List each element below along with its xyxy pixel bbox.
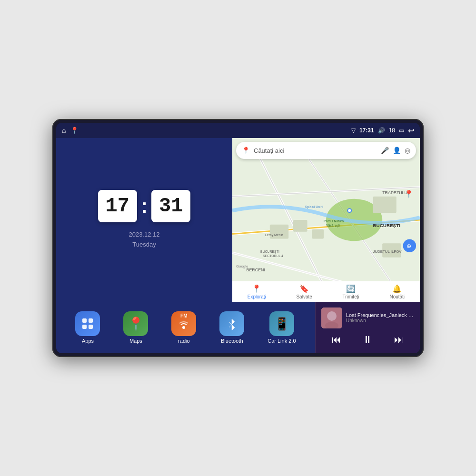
music-text: Lost Frequencies_Janieck Devy-... Unknow…	[346, 312, 414, 323]
app-item-apps[interactable]: Apps	[75, 311, 100, 344]
maps-app-icon: 📍	[128, 316, 144, 332]
svg-text:BUCUREȘTI: BUCUREȘTI	[373, 223, 401, 228]
apps-icon-wrap	[75, 311, 100, 336]
bottom-section: Apps 📍 Maps FM	[56, 302, 420, 353]
svg-text:JUDEȚUL ILFOV: JUDEȚUL ILFOV	[373, 249, 402, 254]
clock-display: 17 : 31	[98, 190, 191, 222]
carlink-icon-wrap: 📱	[269, 311, 294, 336]
share-icon: 🔄	[346, 284, 356, 293]
music-panel: Lost Frequencies_Janieck Devy-... Unknow…	[315, 302, 420, 353]
signal-icon: ▽	[351, 127, 356, 134]
svg-text:📍: 📍	[404, 189, 414, 198]
app-item-bluetooth[interactable]: Bluetooth	[219, 311, 244, 344]
map-search-bar[interactable]: 📍 Căutați aici 🎤 👤 ◎	[236, 142, 416, 159]
svg-point-39	[327, 311, 337, 321]
music-artist: Unknown	[346, 318, 414, 323]
map-search-actions: 🎤 👤 ◎	[381, 147, 410, 154]
map-search-input[interactable]: Căutați aici	[254, 147, 377, 154]
svg-text:Parcul Natural: Parcul Natural	[324, 219, 345, 223]
status-bar: ⌂ 📍 ▽ 17:31 🔊 18 ▭ ↩	[56, 123, 420, 138]
clock-minute: 31	[151, 190, 190, 222]
svg-text:Leroy Merlin: Leroy Merlin	[265, 233, 283, 237]
main-content: 17 : 31 2023.12.12 Tuesday	[56, 138, 420, 353]
svg-rect-33	[82, 318, 87, 323]
device-screen: ⌂ 📍 ▽ 17:31 🔊 18 ▭ ↩ 17 :	[56, 123, 420, 353]
svg-rect-34	[89, 318, 93, 323]
clock-hour: 17	[98, 190, 137, 222]
carlink-app-icon: 📱	[274, 317, 289, 331]
status-time: 17:31	[359, 127, 374, 134]
map-nav-saved-label: Salvate	[296, 294, 312, 299]
svg-text:BERCENI: BERCENI	[247, 268, 265, 272]
radio-label: radio	[178, 338, 189, 344]
battery-icon: ▭	[399, 127, 404, 134]
map-panel[interactable]: TRAPEZULUI BUCUREȘTI JUDEȚUL ILFOV BERCE…	[232, 138, 420, 302]
saved-icon: 🔖	[299, 284, 309, 293]
volume-icon: 🔊	[378, 127, 385, 134]
top-section: 17 : 31 2023.12.12 Tuesday	[56, 138, 420, 302]
battery-level: 18	[389, 127, 395, 134]
layers-icon[interactable]: ◎	[405, 147, 410, 154]
svg-rect-15	[373, 197, 397, 213]
map-nav-news-label: Noutăți	[389, 294, 405, 299]
map-bottom-nav: 📍 Explorați 🔖 Salvate 🔄 Trimiteți �	[232, 281, 420, 302]
svg-text:⊕: ⊕	[407, 243, 411, 249]
svg-rect-13	[293, 220, 307, 232]
clock-colon: :	[141, 195, 148, 218]
apps-label: Apps	[82, 338, 94, 344]
map-nav-share-label: Trimiteți	[343, 294, 359, 299]
music-album-art	[321, 307, 342, 328]
svg-text:BUCUREȘTI: BUCUREȘTI	[260, 250, 279, 254]
music-play-button[interactable]: ⏸	[360, 332, 375, 348]
clock-date: 2023.12.12 Tuesday	[129, 230, 159, 250]
maps-label: Maps	[129, 338, 142, 344]
fm-badge: FM	[180, 313, 187, 318]
music-next-button[interactable]: ⏭	[392, 332, 406, 347]
svg-point-37	[182, 326, 185, 329]
home-icon[interactable]: ⌂	[62, 127, 66, 134]
svg-text:Splaiul Unirii: Splaiul Unirii	[305, 205, 324, 209]
voice-search-icon[interactable]: 🎤	[381, 147, 389, 154]
radio-waves-icon	[177, 319, 190, 332]
app-item-carlink[interactable]: 📱 Car Link 2.0	[268, 311, 296, 344]
svg-rect-36	[89, 325, 93, 329]
svg-rect-35	[82, 325, 87, 329]
map-nav-news[interactable]: 🔔 Noutăți	[389, 284, 405, 299]
radio-icon-wrap: FM	[171, 311, 196, 336]
explore-icon: 📍	[252, 284, 261, 293]
clock-panel: 17 : 31 2023.12.12 Tuesday	[56, 138, 232, 302]
carlink-label: Car Link 2.0	[268, 338, 296, 344]
music-prev-button[interactable]: ⏮	[330, 332, 343, 347]
map-nav-explore-label: Explorați	[248, 294, 266, 299]
app-item-radio[interactable]: FM radio	[171, 311, 196, 344]
svg-text:SECTORUL 4: SECTORUL 4	[263, 254, 283, 258]
svg-point-29	[348, 209, 351, 212]
map-nav-saved[interactable]: 🔖 Salvate	[296, 284, 312, 299]
svg-text:Google: Google	[236, 264, 248, 268]
music-controls: ⏮ ⏸ ⏭	[321, 332, 414, 348]
maps-icon-wrap: 📍	[123, 311, 148, 336]
bluetooth-icon	[226, 317, 238, 330]
account-icon[interactable]: 👤	[393, 147, 401, 154]
bluetooth-label: Bluetooth	[221, 338, 243, 344]
maps-logo-icon: 📍	[242, 147, 250, 154]
back-icon[interactable]: ↩	[408, 126, 414, 135]
apps-row: Apps 📍 Maps FM	[56, 302, 315, 353]
apps-grid-icon	[81, 317, 94, 330]
news-icon: 🔔	[392, 284, 402, 293]
music-title: Lost Frequencies_Janieck Devy-...	[346, 312, 414, 318]
svg-text:Văcărești: Văcărești	[326, 224, 340, 228]
status-right: ▽ 17:31 🔊 18 ▭ ↩	[351, 126, 414, 135]
music-info-row: Lost Frequencies_Janieck Devy-... Unknow…	[321, 307, 414, 328]
status-left-icons: ⌂ 📍	[62, 127, 79, 134]
svg-rect-14	[312, 229, 324, 239]
map-nav-explore[interactable]: 📍 Explorați	[248, 284, 266, 299]
maps-status-icon[interactable]: 📍	[70, 127, 79, 134]
bluetooth-icon-wrap	[219, 311, 244, 336]
car-head-unit: ⌂ 📍 ▽ 17:31 🔊 18 ▭ ↩ 17 :	[52, 119, 424, 357]
app-item-maps[interactable]: 📍 Maps	[123, 311, 148, 344]
map-nav-share[interactable]: 🔄 Trimiteți	[343, 284, 359, 299]
